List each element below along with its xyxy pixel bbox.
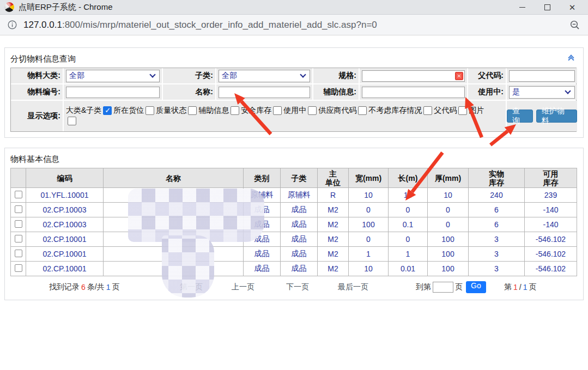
grid-cell: -140	[525, 203, 577, 217]
grid-cell: 10	[389, 188, 428, 203]
grid-header-cell: 厚(mm)	[428, 168, 469, 188]
prev-page-link[interactable]: 上一页	[232, 280, 254, 294]
parent-code-input[interactable]	[509, 70, 575, 82]
row-checkbox[interactable]	[15, 191, 22, 198]
subcategory-select[interactable]: 全部	[219, 70, 310, 82]
display-option-label: 所在货位	[113, 106, 144, 116]
collapse-panel-icon[interactable]	[569, 56, 573, 62]
page-content: 分切物料信息查询 物料大类: 全部 子类: 全部 规格: ✕ 父代码: 物料编号…	[0, 35, 588, 300]
app-logo-icon	[4, 2, 14, 12]
chevron-down-icon	[300, 71, 306, 77]
in-use-select[interactable]: 是	[509, 86, 575, 99]
material-category-label: 物料大类:	[11, 68, 63, 83]
page-info-icon[interactable]	[8, 20, 17, 29]
grid-header-cell: 主 单位	[318, 168, 349, 188]
display-option: 大类&子类	[66, 106, 112, 116]
window-controls: ✕	[510, 0, 585, 14]
goto-page-input[interactable]	[433, 282, 453, 293]
grid-cell: 10	[349, 262, 389, 276]
spec-label: 规格:	[313, 68, 359, 83]
grid-cell: 02.CP.10003	[26, 217, 104, 232]
zoom-out-icon[interactable]	[569, 20, 580, 31]
display-option-checkbox[interactable]	[103, 106, 112, 115]
grid-cell: M2	[318, 203, 349, 217]
display-option-checkbox[interactable]	[358, 106, 367, 115]
grid-header-cell: 宽(mm)	[349, 168, 389, 188]
display-option-checkbox[interactable]	[68, 117, 76, 125]
row-checkbox-cell	[11, 217, 26, 232]
maintain-material-button[interactable]: 维护物料	[536, 110, 577, 123]
materials-panel-title: 物料基本信息	[10, 154, 59, 165]
spec-input[interactable]	[362, 70, 465, 82]
display-options-label: 显示选项:	[11, 101, 63, 131]
parent-code-label: 父代码:	[468, 68, 506, 83]
display-option-checkbox[interactable]	[308, 106, 317, 115]
name-input[interactable]	[219, 87, 310, 98]
pagination: 找到记录 6 条/共 1 页 第一页 上一页 下一页 最后一页 到第 页 Go …	[10, 280, 577, 294]
display-option: 使用中	[283, 106, 317, 116]
display-option-checkbox[interactable]	[458, 106, 467, 115]
material-category-select[interactable]: 全部	[66, 70, 160, 82]
grid-cell: 100	[349, 217, 389, 232]
page-count: 1	[105, 283, 112, 292]
grid-cell: 成品	[281, 203, 318, 217]
display-option: 不考虑库存情况	[368, 106, 432, 116]
close-icon: ✕	[569, 3, 576, 11]
grid-cell: 01.YFL.10001	[26, 188, 104, 203]
display-option: 辅助信息	[198, 106, 239, 116]
minimize-icon	[519, 7, 525, 8]
grid-cell: -546.102	[525, 247, 577, 262]
grid-cell: M2	[318, 262, 349, 276]
grid-cell: 0.01	[389, 262, 428, 276]
row-checkbox[interactable]	[15, 205, 22, 213]
row-checkbox[interactable]	[15, 235, 22, 242]
grid-header-cell: 子类	[281, 168, 318, 188]
display-option-checkbox[interactable]	[423, 106, 432, 115]
clear-spec-icon[interactable]: ✕	[455, 72, 463, 80]
grid-header-cell	[11, 168, 26, 188]
table-row: 02.CP.10003成品成品M21000.106-140	[11, 217, 577, 232]
grid-cell: 0	[428, 217, 469, 232]
record-summary: 找到记录 6 条/共 1 页	[49, 280, 119, 294]
maximize-icon	[544, 4, 550, 10]
total-pages: 1	[522, 283, 529, 292]
display-option-checkbox[interactable]	[146, 106, 154, 115]
grid-cell: 02.CP.10001	[26, 247, 104, 262]
grid-cell: 239	[525, 188, 577, 203]
privacy-blur-mosaic	[162, 235, 214, 298]
next-page-link[interactable]: 下一页	[286, 280, 309, 294]
grid-cell: 0	[428, 203, 469, 217]
minimize-button[interactable]	[510, 0, 535, 14]
go-button[interactable]: Go	[466, 281, 486, 293]
last-page-link[interactable]: 最后一页	[338, 280, 368, 294]
display-option-checkbox[interactable]	[188, 106, 197, 115]
grid-cell: 3	[469, 247, 525, 262]
current-page: 1	[512, 283, 519, 292]
grid-header-cell: 长(m)	[389, 168, 428, 188]
aux-info-input[interactable]	[362, 87, 465, 98]
url-text[interactable]: 127.0.0.1:800/mis/mrp/materiel_out_stock…	[23, 20, 569, 31]
display-option-label: 质量状态	[156, 106, 186, 116]
grid-cell: 3	[469, 262, 525, 276]
table-row: 02.CP.10003成品成品M20006-140	[11, 203, 577, 217]
query-button[interactable]: 查询	[507, 110, 533, 123]
maximize-button[interactable]	[535, 0, 560, 14]
grid-cell: 10	[428, 188, 469, 203]
material-no-input[interactable]	[66, 87, 160, 98]
display-options: 大类&子类所在货位质量状态辅助信息安全库存使用中供应商代码不考虑库存情况父代码图…	[64, 101, 506, 131]
display-option-checkbox[interactable]	[231, 106, 239, 115]
row-checkbox[interactable]	[15, 250, 22, 257]
table-row: 01.YFL.10001原辅料原辅料R101010240239	[11, 188, 577, 203]
display-option-checkbox[interactable]	[273, 106, 282, 115]
row-checkbox[interactable]	[15, 220, 22, 228]
query-panel-title: 分切物料信息查询	[10, 54, 76, 64]
row-checkbox[interactable]	[15, 264, 22, 272]
grid-cell: 02.CP.10001	[26, 262, 104, 276]
materials-panel: 物料基本信息 编码名称类别子类主 单位宽(mm)长(m)厚(mm)实物 库存可用…	[4, 148, 584, 300]
display-option-label: 安全库存	[241, 106, 271, 116]
close-button[interactable]: ✕	[560, 0, 585, 14]
display-option: 所在货位	[113, 106, 154, 116]
privacy-blur-mosaic	[128, 189, 264, 242]
form-buttons: 查询 维护物料	[507, 101, 577, 131]
row-checkbox-cell	[11, 247, 26, 262]
